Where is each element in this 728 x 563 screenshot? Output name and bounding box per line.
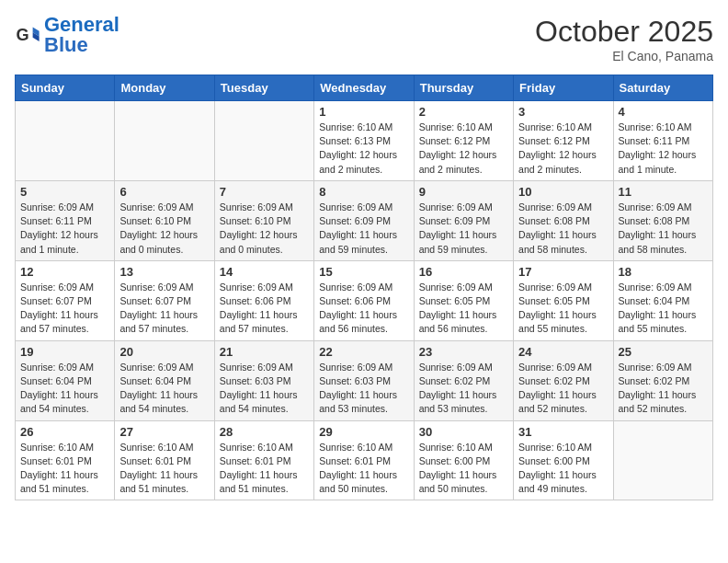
calendar-week-row: 5Sunrise: 6:09 AMSunset: 6:11 PMDaylight… [16, 180, 713, 260]
day-info: Sunrise: 6:09 AMSunset: 6:05 PMDaylight:… [518, 281, 608, 337]
calendar-week-row: 12Sunrise: 6:09 AMSunset: 6:07 PMDayligh… [16, 260, 713, 340]
day-number: 12 [20, 265, 109, 279]
day-info: Sunrise: 6:10 AMSunset: 6:12 PMDaylight:… [518, 121, 608, 177]
day-number: 1 [319, 105, 408, 119]
calendar-cell: 11Sunrise: 6:09 AMSunset: 6:08 PMDayligh… [613, 180, 712, 260]
calendar-cell: 4Sunrise: 6:10 AMSunset: 6:11 PMDaylight… [613, 101, 712, 181]
day-info: Sunrise: 6:10 AMSunset: 6:01 PMDaylight:… [220, 441, 309, 497]
weekday-header: Sunday [16, 75, 115, 101]
day-info: Sunrise: 6:09 AMSunset: 6:08 PMDaylight:… [619, 201, 708, 257]
calendar-cell: 17Sunrise: 6:09 AMSunset: 6:05 PMDayligh… [514, 260, 613, 340]
day-info: Sunrise: 6:09 AMSunset: 6:04 PMDaylight:… [619, 281, 708, 337]
calendar-cell: 8Sunrise: 6:09 AMSunset: 6:09 PMDaylight… [314, 180, 414, 260]
calendar-cell: 25Sunrise: 6:09 AMSunset: 6:02 PMDayligh… [613, 340, 712, 420]
day-number: 19 [20, 345, 109, 359]
day-number: 14 [220, 265, 309, 279]
calendar-cell: 3Sunrise: 6:10 AMSunset: 6:12 PMDaylight… [514, 101, 613, 181]
day-info: Sunrise: 6:10 AMSunset: 6:01 PMDaylight:… [319, 441, 408, 497]
calendar-week-row: 19Sunrise: 6:09 AMSunset: 6:04 PMDayligh… [16, 340, 713, 420]
logo-icon: G [15, 22, 40, 48]
day-number: 26 [20, 425, 109, 439]
day-number: 13 [119, 265, 209, 279]
day-info: Sunrise: 6:10 AMSunset: 6:12 PMDaylight:… [419, 121, 508, 177]
day-number: 2 [419, 105, 508, 119]
day-number: 16 [419, 265, 508, 279]
day-number: 10 [518, 185, 608, 199]
calendar-cell: 18Sunrise: 6:09 AMSunset: 6:04 PMDayligh… [613, 260, 712, 340]
day-info: Sunrise: 6:09 AMSunset: 6:09 PMDaylight:… [319, 201, 408, 257]
calendar-cell: 15Sunrise: 6:09 AMSunset: 6:06 PMDayligh… [314, 260, 414, 340]
day-number: 4 [619, 105, 708, 119]
day-number: 22 [319, 345, 408, 359]
weekday-header: Thursday [414, 75, 513, 101]
weekday-header: Saturday [613, 75, 712, 101]
month-title: October 2025 [535, 15, 713, 49]
day-info: Sunrise: 6:10 AMSunset: 6:11 PMDaylight:… [619, 121, 708, 177]
calendar-week-row: 1Sunrise: 6:10 AMSunset: 6:13 PMDaylight… [16, 101, 713, 181]
calendar-cell: 30Sunrise: 6:10 AMSunset: 6:00 PMDayligh… [414, 420, 513, 500]
calendar-cell: 1Sunrise: 6:10 AMSunset: 6:13 PMDaylight… [314, 101, 414, 181]
day-number: 15 [319, 265, 408, 279]
calendar-cell [214, 101, 313, 181]
day-number: 21 [220, 345, 309, 359]
day-number: 6 [119, 185, 209, 199]
calendar-cell: 23Sunrise: 6:09 AMSunset: 6:02 PMDayligh… [414, 340, 513, 420]
calendar-cell: 16Sunrise: 6:09 AMSunset: 6:05 PMDayligh… [414, 260, 513, 340]
day-info: Sunrise: 6:10 AMSunset: 6:13 PMDaylight:… [319, 121, 408, 177]
calendar-cell: 20Sunrise: 6:09 AMSunset: 6:04 PMDayligh… [115, 340, 214, 420]
day-number: 20 [119, 345, 209, 359]
logo: G General Blue [15, 15, 119, 55]
day-number: 31 [518, 425, 608, 439]
day-info: Sunrise: 6:09 AMSunset: 6:03 PMDaylight:… [319, 361, 408, 417]
day-info: Sunrise: 6:09 AMSunset: 6:07 PMDaylight:… [20, 281, 109, 337]
day-info: Sunrise: 6:09 AMSunset: 6:10 PMDaylight:… [220, 201, 309, 257]
calendar-cell: 26Sunrise: 6:10 AMSunset: 6:01 PMDayligh… [16, 420, 115, 500]
calendar-cell: 21Sunrise: 6:09 AMSunset: 6:03 PMDayligh… [214, 340, 313, 420]
calendar-cell [16, 101, 115, 181]
day-info: Sunrise: 6:09 AMSunset: 6:10 PMDaylight:… [119, 201, 209, 257]
weekday-header: Monday [115, 75, 214, 101]
day-number: 18 [619, 265, 708, 279]
calendar-cell: 5Sunrise: 6:09 AMSunset: 6:11 PMDaylight… [16, 180, 115, 260]
day-info: Sunrise: 6:10 AMSunset: 6:00 PMDaylight:… [518, 441, 608, 497]
calendar-cell: 27Sunrise: 6:10 AMSunset: 6:01 PMDayligh… [115, 420, 214, 500]
weekday-header: Friday [514, 75, 613, 101]
day-info: Sunrise: 6:09 AMSunset: 6:03 PMDaylight:… [220, 361, 309, 417]
day-info: Sunrise: 6:09 AMSunset: 6:07 PMDaylight:… [119, 281, 209, 337]
weekday-header: Wednesday [314, 75, 414, 101]
calendar-cell: 7Sunrise: 6:09 AMSunset: 6:10 PMDaylight… [214, 180, 313, 260]
day-number: 27 [119, 425, 209, 439]
day-number: 8 [319, 185, 408, 199]
logo-text: General Blue [44, 15, 119, 55]
day-info: Sunrise: 6:09 AMSunset: 6:11 PMDaylight:… [20, 201, 109, 257]
calendar-cell [613, 420, 712, 500]
title-block: October 2025 El Cano, Panama [535, 15, 713, 63]
calendar-cell: 12Sunrise: 6:09 AMSunset: 6:07 PMDayligh… [16, 260, 115, 340]
day-info: Sunrise: 6:09 AMSunset: 6:06 PMDaylight:… [220, 281, 309, 337]
day-number: 25 [619, 345, 708, 359]
calendar-week-row: 26Sunrise: 6:10 AMSunset: 6:01 PMDayligh… [16, 420, 713, 500]
calendar-cell: 19Sunrise: 6:09 AMSunset: 6:04 PMDayligh… [16, 340, 115, 420]
day-info: Sunrise: 6:10 AMSunset: 6:00 PMDaylight:… [419, 441, 508, 497]
day-number: 9 [419, 185, 508, 199]
location: El Cano, Panama [535, 49, 713, 63]
page-header: G General Blue October 2025 El Cano, Pan… [15, 15, 713, 63]
weekday-header: Tuesday [214, 75, 313, 101]
day-info: Sunrise: 6:10 AMSunset: 6:01 PMDaylight:… [20, 441, 109, 497]
svg-text:G: G [16, 26, 28, 44]
day-info: Sunrise: 6:09 AMSunset: 6:09 PMDaylight:… [419, 201, 508, 257]
day-number: 24 [518, 345, 608, 359]
weekday-header-row: SundayMondayTuesdayWednesdayThursdayFrid… [16, 75, 713, 101]
day-info: Sunrise: 6:09 AMSunset: 6:02 PMDaylight:… [518, 361, 608, 417]
calendar-cell: 2Sunrise: 6:10 AMSunset: 6:12 PMDaylight… [414, 101, 513, 181]
calendar-cell: 24Sunrise: 6:09 AMSunset: 6:02 PMDayligh… [514, 340, 613, 420]
day-info: Sunrise: 6:09 AMSunset: 6:04 PMDaylight:… [20, 361, 109, 417]
calendar-cell: 13Sunrise: 6:09 AMSunset: 6:07 PMDayligh… [115, 260, 214, 340]
calendar-cell: 31Sunrise: 6:10 AMSunset: 6:00 PMDayligh… [514, 420, 613, 500]
calendar-cell: 28Sunrise: 6:10 AMSunset: 6:01 PMDayligh… [214, 420, 313, 500]
day-info: Sunrise: 6:09 AMSunset: 6:04 PMDaylight:… [119, 361, 209, 417]
day-number: 30 [419, 425, 508, 439]
day-info: Sunrise: 6:09 AMSunset: 6:08 PMDaylight:… [518, 201, 608, 257]
day-number: 28 [220, 425, 309, 439]
day-info: Sunrise: 6:09 AMSunset: 6:02 PMDaylight:… [419, 361, 508, 417]
